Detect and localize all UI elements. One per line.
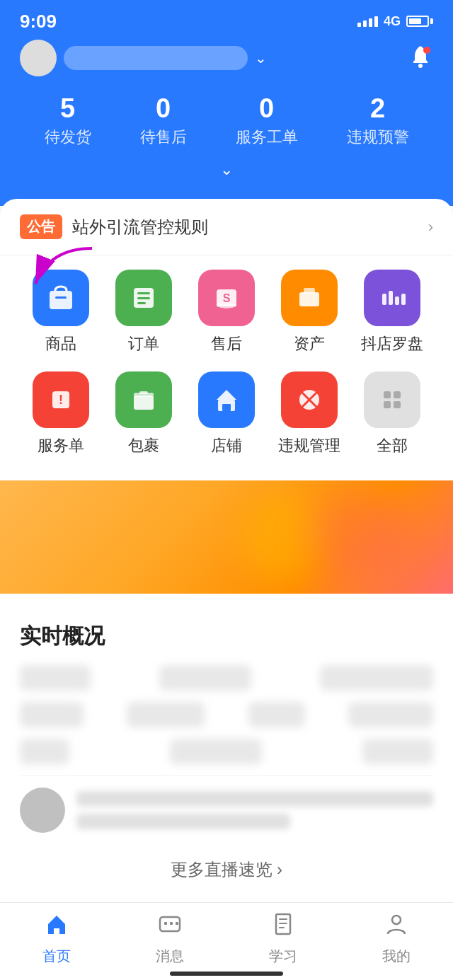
realtime-blur-item xyxy=(127,702,205,727)
orders-icon xyxy=(115,270,172,326)
nav-orders[interactable]: 订单 xyxy=(112,270,176,354)
nav-tab-message[interactable]: 消息 xyxy=(127,911,212,966)
stat-violation[interactable]: 2 违规预警 xyxy=(347,93,409,148)
svg-rect-16 xyxy=(401,294,406,305)
status-bar: 9:09 4G xyxy=(0,0,453,40)
svg-point-1 xyxy=(423,47,430,54)
svg-rect-21 xyxy=(139,391,148,394)
realtime-data-row-1 xyxy=(20,665,433,691)
realtime-blur-item xyxy=(20,702,84,727)
orders-label: 订单 xyxy=(128,333,159,354)
nav-violation-mgmt[interactable]: 违规管理 xyxy=(277,371,341,456)
realtime-data-row-3 xyxy=(20,739,433,764)
store-icon xyxy=(198,371,255,428)
compass-label: 抖店罗盘 xyxy=(361,333,423,354)
promotional-banner[interactable] xyxy=(0,480,453,594)
realtime-avatar xyxy=(20,788,65,833)
realtime-blur-line xyxy=(76,791,433,807)
nav-package[interactable]: 包裹 xyxy=(112,371,176,456)
stat-service-order[interactable]: 0 服务工单 xyxy=(236,93,298,148)
goods-icon xyxy=(33,270,89,326)
compass-icon xyxy=(364,270,420,326)
realtime-blur-item xyxy=(20,665,91,691)
service-icon: ! xyxy=(33,371,89,428)
icon-grid: 商品 订单 S xyxy=(0,255,453,480)
nav-tab-home[interactable]: 首页 xyxy=(14,911,99,966)
signal-icon xyxy=(357,16,378,27)
dropdown-icon[interactable]: ⌄ xyxy=(255,50,267,67)
announcement-arrow-icon: › xyxy=(428,218,433,236)
nav-aftersale[interactable]: S 售后 xyxy=(195,270,258,354)
more-live-arrow-icon: › xyxy=(277,860,282,880)
svg-rect-11 xyxy=(299,292,319,306)
svg-rect-14 xyxy=(389,291,393,305)
realtime-blur-item xyxy=(320,665,433,691)
svg-rect-31 xyxy=(394,401,401,408)
svg-rect-34 xyxy=(170,922,173,925)
nav-assets[interactable]: 资产 xyxy=(277,270,341,354)
realtime-blur-line xyxy=(76,814,290,829)
svg-rect-15 xyxy=(395,296,399,305)
svg-rect-37 xyxy=(279,918,287,920)
more-live-text: 更多直播速览 xyxy=(171,858,273,881)
svg-rect-19 xyxy=(134,396,154,410)
svg-rect-35 xyxy=(176,922,178,925)
svg-rect-4 xyxy=(55,296,67,299)
stat-pending-after[interactable]: 0 待售后 xyxy=(140,93,187,148)
svg-marker-22 xyxy=(217,390,236,400)
svg-rect-30 xyxy=(384,401,391,408)
svg-rect-28 xyxy=(384,391,391,398)
more-live-button[interactable]: 更多直播速览 › xyxy=(20,844,433,895)
home-tab-label: 首页 xyxy=(42,947,71,966)
realtime-title: 实时概况 xyxy=(20,622,433,651)
battery-icon xyxy=(406,16,433,27)
nav-compass[interactable]: 抖店罗盘 xyxy=(360,270,424,354)
bottom-nav: 首页 消息 学习 xyxy=(0,902,453,980)
icon-row-2: ! 服务单 包裹 xyxy=(20,371,433,456)
realtime-blur-item xyxy=(348,702,433,727)
nav-tab-learn[interactable]: 学习 xyxy=(241,911,326,966)
goods-label: 商品 xyxy=(45,333,76,354)
svg-text:S: S xyxy=(223,292,231,304)
aftersale-icon: S xyxy=(198,270,255,326)
service-label: 服务单 xyxy=(38,435,84,456)
realtime-user-info xyxy=(76,791,433,829)
svg-text:!: ! xyxy=(59,393,63,407)
svg-point-0 xyxy=(418,64,423,68)
status-time: 9:09 xyxy=(20,11,57,33)
svg-rect-29 xyxy=(394,391,401,398)
nav-store[interactable]: 店铺 xyxy=(195,371,258,456)
store-label: 店铺 xyxy=(211,435,242,456)
notification-bell-icon[interactable] xyxy=(408,43,433,74)
announcement-bar[interactable]: 公告 站外引流管控规则 › xyxy=(0,199,453,255)
announcement-text: 站外引流管控规则 xyxy=(72,216,428,238)
stat-pending-ship[interactable]: 5 待发货 xyxy=(45,93,91,148)
store-avatar xyxy=(20,40,57,76)
network-label: 4G xyxy=(384,14,401,29)
svg-rect-39 xyxy=(279,927,285,928)
status-icons: 4G xyxy=(357,14,433,29)
nav-goods[interactable]: 商品 xyxy=(29,270,93,354)
assets-icon xyxy=(281,270,338,326)
realtime-blur-item xyxy=(362,739,433,764)
realtime-blur-item xyxy=(170,739,262,764)
nav-service[interactable]: ! 服务单 xyxy=(29,371,93,456)
violation-mgmt-icon xyxy=(281,371,338,428)
stats-row: 5 待发货 0 待售后 0 服务工单 2 违规预警 xyxy=(20,93,433,148)
assets-label: 资产 xyxy=(294,333,325,354)
store-selector[interactable]: ⌄ xyxy=(20,40,433,76)
svg-rect-13 xyxy=(382,294,386,305)
mine-tab-label: 我的 xyxy=(382,947,411,966)
nav-all[interactable]: 全部 xyxy=(360,371,424,456)
mine-icon xyxy=(384,911,409,942)
svg-rect-3 xyxy=(50,291,72,309)
expand-chevron-icon[interactable]: ⌄ xyxy=(20,161,433,186)
home-icon xyxy=(44,911,69,942)
aftersale-label: 售后 xyxy=(211,333,242,354)
package-label: 包裹 xyxy=(128,435,159,456)
announcement-badge: 公告 xyxy=(20,214,62,239)
nav-tab-mine[interactable]: 我的 xyxy=(354,911,439,966)
realtime-blur-item xyxy=(159,665,251,691)
icon-row-1: 商品 订单 S xyxy=(20,270,433,354)
header-area: ⌄ 5 待发货 0 待售后 0 服务工单 2 违规预警 ⌄ xyxy=(0,40,453,206)
